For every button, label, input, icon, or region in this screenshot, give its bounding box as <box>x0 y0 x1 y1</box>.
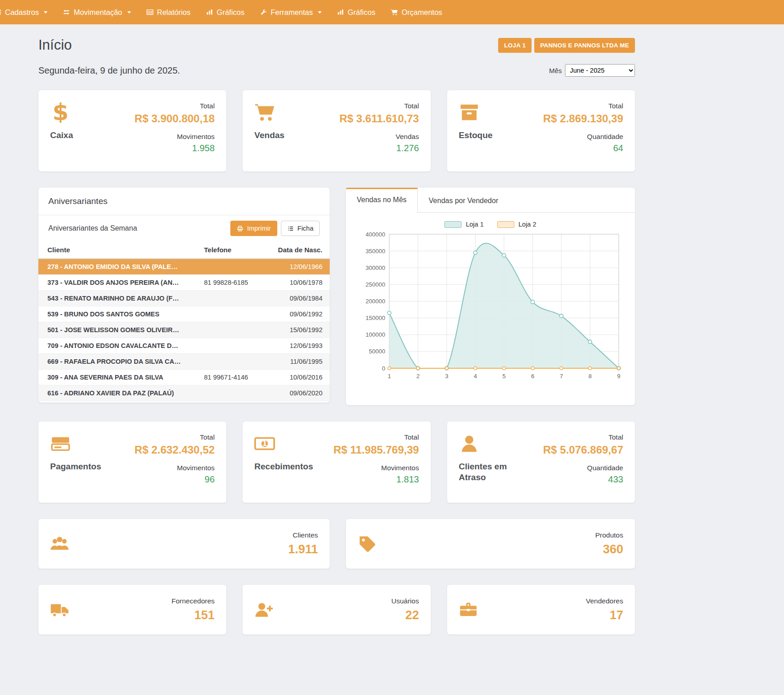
cell-telefone: 81 99671-4146 <box>199 370 269 385</box>
svg-text:350000: 350000 <box>366 248 385 255</box>
ficha-button[interactable]: Ficha <box>281 221 320 236</box>
cell-cliente: 539 - BRUNO DOS SANTOS GOMES <box>38 306 199 322</box>
stat-card-values: TotalR$ 2.632.430,52Movimentos96 <box>135 433 215 493</box>
svg-text:1: 1 <box>387 373 391 380</box>
table-row[interactable]: 543 - RENATO MARINHO DE ARAUJO (F…09/06/… <box>38 291 330 306</box>
table-row[interactable]: 616 - ADRIANO XAVIER DA PAZ (PALAÚ)09/06… <box>38 385 330 401</box>
total-value: R$ 2.869.130,39 <box>543 112 623 125</box>
table-row[interactable]: 669 - RAFAELA PROCOPIO DA SILVA CA…11/06… <box>38 354 330 370</box>
svg-text:1: 1 <box>262 440 267 448</box>
cell-telefone <box>199 338 269 354</box>
nav-item-movimentacao[interactable]: Movimentação <box>55 0 138 24</box>
summary-card-vendedores: Vendedores17 <box>447 585 635 635</box>
people-icon <box>50 534 69 553</box>
nav-item-relatorios[interactable]: Relatórios <box>139 0 198 24</box>
sub-value: 64 <box>543 143 623 153</box>
month-select[interactable]: June - 2025 <box>565 64 635 77</box>
sub-value: 96 <box>135 474 215 485</box>
table-row[interactable]: 709 - ANTONIO EDSON CAVALCANTE D…12/06/1… <box>38 338 330 354</box>
svg-text:300000: 300000 <box>366 264 385 271</box>
nav-item-label: Orçamentos <box>401 8 442 17</box>
summary-card-fornecedores: Fornecedores151 <box>38 585 226 635</box>
stat-card-estoque: EstoqueTotalR$ 2.869.130,39Quantidade64 <box>447 90 635 171</box>
summary-card-values: Vendedores17 <box>586 597 623 622</box>
svg-text:7: 7 <box>560 373 563 380</box>
cell-telefone: 81 99828-6185 <box>199 275 269 291</box>
stat-card-title: Estoque <box>459 130 493 141</box>
summary-card-label: Fornecedores <box>172 597 215 605</box>
nav-item-orcamentos[interactable]: Orçamentos <box>383 0 450 24</box>
store-button[interactable]: LOJA 1 <box>498 38 532 53</box>
svg-text:4: 4 <box>474 373 477 380</box>
table-row[interactable]: 373 - VALDIR DOS ANJOS PEREIRA (AN…81 99… <box>38 275 330 291</box>
svg-text:100000: 100000 <box>366 331 385 338</box>
nav-item-label: Gráficos <box>217 8 244 17</box>
sub-value: 1.276 <box>340 143 419 153</box>
nav-item-graficos[interactable]: Gráficos <box>329 0 383 24</box>
truck-icon <box>50 600 69 619</box>
column-telefone: Telefone <box>199 241 269 259</box>
stat-card-values: TotalR$ 5.076.869,67Quantidade433 <box>543 433 623 493</box>
nav-item-graficos[interactable]: Gráficos <box>198 0 252 24</box>
page-title: Início <box>38 37 72 53</box>
stat-card-title: Recebimentos <box>254 461 311 472</box>
ficha-button-label: Ficha <box>298 225 313 232</box>
bottom-cards-row: Fornecedores151Usuários22Vendedores17 <box>38 585 635 635</box>
nav-item-label: Movimentação <box>74 8 122 17</box>
summary-card-label: Usuários <box>391 597 419 605</box>
sales-chart-panel: Vendas no Mês Vendas por Vendedor Loja 1… <box>346 188 635 405</box>
top-cards-row: $CaixaTotalR$ 3.900.800,18Movimentos1.95… <box>38 90 635 171</box>
cell-telefone <box>199 322 269 338</box>
sub-value: 1.958 <box>135 143 215 153</box>
print-button[interactable]: Imprimir <box>230 221 277 236</box>
svg-text:400000: 400000 <box>366 231 385 238</box>
cell-data-nasc: 12/06/1966 <box>269 259 330 275</box>
cell-data-nasc: 11/06/1995 <box>269 354 330 370</box>
stat-card-left: $Caixa <box>50 102 73 162</box>
chevron-down-icon <box>44 11 47 14</box>
legend-label: Loja 1 <box>466 221 484 228</box>
summary-card-value: 17 <box>586 608 623 622</box>
sub-label: Vendas <box>340 133 419 141</box>
total-label: Total <box>543 102 623 110</box>
navbar: CadastrosMovimentaçãoRelatóriosGráficosF… <box>0 0 784 24</box>
stat-card-title: Clientes em Atraso <box>459 461 515 483</box>
nav-item-ferramentas[interactable]: Ferramentas <box>252 0 329 24</box>
svg-text:5: 5 <box>502 373 505 380</box>
summary-card-values: Produtos360 <box>595 531 623 556</box>
stat-card-pagamentos: PagamentosTotalR$ 2.632.430,52Movimentos… <box>38 422 226 503</box>
legend-item-loja-2[interactable]: Loja 2 <box>497 221 537 228</box>
table-row[interactable]: 278 - ANTONIO EMIDIO DA SILVA (PALE…12/0… <box>38 259 330 275</box>
nav-item-cadastros[interactable]: Cadastros <box>0 0 55 24</box>
table-icon <box>146 9 154 16</box>
stat-card-values: TotalR$ 3.611.610,73Vendas1.276 <box>340 102 419 162</box>
summary-card-label: Clientes <box>288 531 318 539</box>
cell-data-nasc: 09/06/1984 <box>269 291 330 306</box>
svg-text:8: 8 <box>588 373 592 380</box>
cell-telefone <box>199 354 269 370</box>
legend-swatch <box>497 221 514 228</box>
legend-label: Loja 2 <box>518 221 537 228</box>
stat-card-title: Vendas <box>254 130 285 141</box>
tab-vendas-por-vendedor[interactable]: Vendas por Vendedor <box>418 188 509 212</box>
table-row[interactable]: 501 - JOSE WELISSON GOMES OLIVEIR…15/06/… <box>38 322 330 338</box>
dollar-icon: $ <box>50 102 71 123</box>
cell-cliente: 501 - JOSE WELISSON GOMES OLIVEIR… <box>38 322 199 338</box>
table-row[interactable]: 539 - BRUNO DOS SANTOS GOMES09/06/1992 <box>38 306 330 322</box>
tag-icon <box>358 534 377 553</box>
stat-card-recebimentos: 1RecebimentosTotalR$ 11.985.769,39Movime… <box>243 422 430 503</box>
tab-vendas-no-mes[interactable]: Vendas no Mês <box>346 188 418 213</box>
cell-telefone <box>199 291 269 306</box>
company-button[interactable]: PANNOS E PANNOS LTDA ME <box>534 38 635 53</box>
stat-card-values: TotalR$ 3.900.800,18Movimentos1.958 <box>135 102 215 162</box>
th-list-icon <box>0 9 1 16</box>
stat-card-left: Clientes em Atraso <box>459 433 515 493</box>
summary-card-values: Fornecedores151 <box>172 597 215 622</box>
stat-card-vendas: VendasTotalR$ 3.611.610,73Vendas1.276 <box>243 90 430 171</box>
legend-item-loja-1[interactable]: Loja 1 <box>444 221 484 228</box>
sub-label: Movimentos <box>135 133 215 141</box>
table-row[interactable]: 309 - ANA SEVERINA PAES DA SILVA81 99671… <box>38 370 330 385</box>
chart-tabs: Vendas no Mês Vendas por Vendedor <box>346 188 635 213</box>
summary-card-produtos: Produtos360 <box>346 519 635 569</box>
nav-item-label: Relatórios <box>157 8 191 17</box>
